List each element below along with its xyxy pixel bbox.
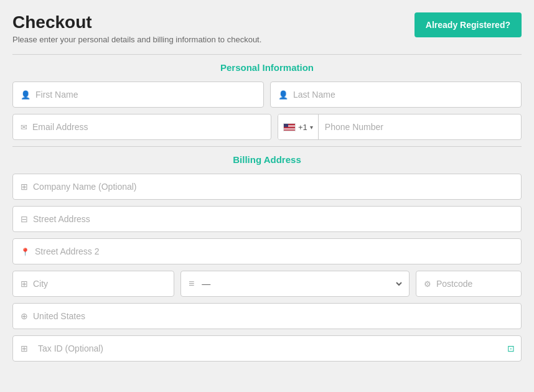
taxid-field[interactable] bbox=[12, 335, 522, 362]
city-icon bbox=[21, 279, 28, 289]
billing-section-title: Billing Address bbox=[12, 154, 522, 165]
page-title: Checkout bbox=[12, 12, 261, 32]
state-select[interactable]: — AL AK AZ CA CO FL NY TX bbox=[199, 278, 404, 289]
building-icon bbox=[21, 182, 28, 192]
cog-icon bbox=[424, 279, 431, 289]
first-name-input[interactable] bbox=[35, 90, 256, 100]
phone-field[interactable]: +1 ▾ bbox=[278, 114, 522, 140]
section-divider bbox=[12, 146, 522, 147]
globe-icon bbox=[21, 311, 28, 321]
billing-section: Billing Address bbox=[12, 154, 522, 362]
postcode-field[interactable] bbox=[416, 271, 522, 297]
street1-row bbox=[12, 206, 522, 232]
person-icon bbox=[21, 90, 30, 100]
last-name-field[interactable] bbox=[270, 82, 522, 108]
title-block: Checkout Please enter your personal deta… bbox=[12, 12, 261, 44]
city-input[interactable] bbox=[33, 279, 166, 289]
country-field[interactable] bbox=[12, 303, 522, 329]
page-container: Checkout Please enter your personal deta… bbox=[12, 12, 522, 362]
page-subtitle: Please enter your personal details and b… bbox=[12, 35, 261, 44]
road-icon bbox=[21, 214, 28, 224]
street2-row bbox=[12, 238, 522, 264]
chevron-down-icon: ▾ bbox=[310, 124, 313, 131]
phone-input[interactable] bbox=[319, 122, 521, 132]
personal-section: Personal Information bbox=[12, 62, 522, 140]
last-name-input[interactable] bbox=[293, 90, 513, 100]
header-divider bbox=[12, 54, 522, 55]
pin-icon bbox=[21, 246, 30, 256]
country-input[interactable] bbox=[33, 311, 513, 321]
state-select-wrap[interactable]: — AL AK AZ CA CO FL NY TX bbox=[180, 271, 410, 297]
company-row bbox=[12, 174, 522, 200]
city-state-row: — AL AK AZ CA CO FL NY TX bbox=[12, 271, 522, 297]
qr-icon[interactable] bbox=[507, 343, 515, 353]
contact-row: +1 ▾ bbox=[12, 114, 522, 140]
header-row: Checkout Please enter your personal deta… bbox=[12, 12, 522, 44]
personal-section-title: Personal Information bbox=[12, 62, 522, 73]
email-field[interactable] bbox=[12, 114, 271, 140]
city-field[interactable] bbox=[12, 271, 174, 297]
street2-field[interactable] bbox=[12, 238, 522, 264]
postcode-input[interactable] bbox=[436, 279, 513, 289]
email-input[interactable] bbox=[32, 122, 263, 132]
tax-icon bbox=[21, 343, 28, 353]
person-icon-2 bbox=[278, 90, 288, 100]
street2-input[interactable] bbox=[35, 246, 513, 256]
country-row bbox=[12, 303, 522, 329]
phone-prefix-selector[interactable]: +1 ▾ bbox=[278, 114, 319, 139]
envelope-icon bbox=[21, 122, 27, 132]
phone-country-code: +1 bbox=[298, 123, 307, 132]
taxid-row bbox=[12, 335, 522, 362]
already-registered-button[interactable]: Already Registered? bbox=[415, 12, 522, 37]
company-field[interactable] bbox=[12, 174, 522, 200]
company-input[interactable] bbox=[33, 182, 513, 192]
name-row bbox=[12, 82, 522, 108]
us-flag-icon bbox=[283, 123, 296, 131]
taxid-input[interactable] bbox=[38, 343, 513, 353]
street1-input[interactable] bbox=[33, 214, 513, 224]
street1-field[interactable] bbox=[12, 206, 522, 232]
first-name-field[interactable] bbox=[12, 82, 264, 108]
filter-icon bbox=[189, 278, 194, 289]
